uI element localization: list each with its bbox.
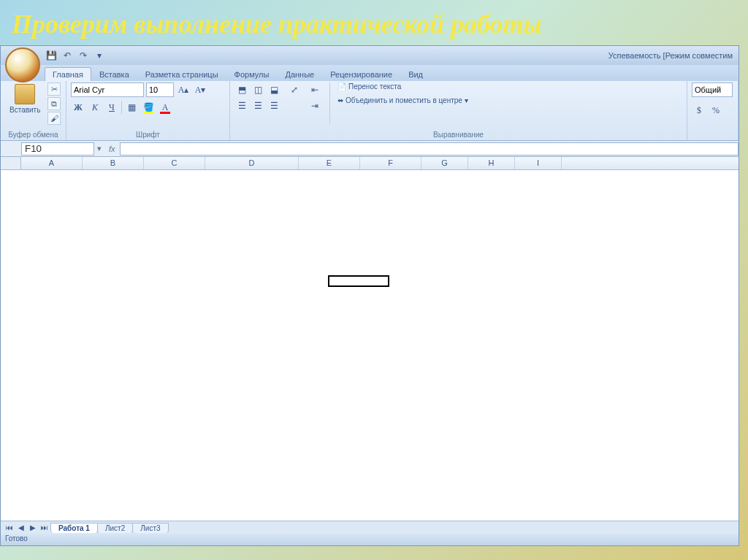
tab-formulas[interactable]: Формулы (226, 67, 278, 81)
col-header-C[interactable]: C (144, 157, 205, 169)
wrap-icon: 📄 (337, 83, 346, 91)
redo-icon[interactable]: ↷ (77, 49, 90, 62)
tab-data[interactable]: Данные (277, 67, 322, 81)
prev-sheet-icon[interactable]: ◀ (15, 523, 27, 532)
selection-box (328, 275, 389, 287)
underline-button[interactable]: Ч (104, 100, 119, 115)
name-box[interactable] (21, 142, 94, 156)
dropdown-icon[interactable]: ▾ (94, 144, 104, 153)
format-painter-icon[interactable]: 🖌 (47, 112, 61, 125)
paste-icon (15, 84, 35, 104)
font-color-icon[interactable]: A (158, 100, 172, 115)
group-alignment: ⬒ ◫ ⬓ ☰ ☰ ☰ ⤢ ⇤ ⇥ 📄 П (230, 81, 687, 140)
undo-icon[interactable]: ↶ (61, 49, 74, 62)
increase-indent-icon[interactable]: ⇥ (308, 99, 322, 113)
wrap-text-button[interactable]: 📄 Перенос текста (337, 83, 468, 91)
merge-icon: ⬌ (337, 96, 343, 104)
col-header-A[interactable]: A (21, 157, 83, 169)
first-sheet-icon[interactable]: ⏮ (4, 523, 15, 532)
fx-icon[interactable]: fx (104, 145, 120, 153)
align-bottom-icon[interactable]: ⬓ (267, 83, 281, 97)
increase-font-icon[interactable]: A▴ (176, 83, 191, 97)
tab-layout[interactable]: Разметка страницы (137, 67, 226, 81)
col-header-E[interactable]: E (299, 157, 360, 169)
next-sheet-icon[interactable]: ▶ (27, 523, 39, 532)
chevron-down-icon: ▾ (465, 96, 468, 104)
sheet-tab-3[interactable]: Лист3 (132, 523, 168, 533)
col-header-F[interactable]: F (360, 157, 421, 169)
sheet-tab-2[interactable]: Лист2 (97, 523, 133, 533)
titlebar: 💾 ↶ ↷ ▾ Успеваемость [Режим совместим (1, 46, 739, 65)
ribbon-tabs: Главная Вставка Разметка страницы Формул… (1, 65, 739, 81)
merge-label: Объединить и поместить в центре (346, 96, 462, 104)
col-header-G[interactable]: G (421, 157, 468, 169)
col-header-D[interactable]: D (205, 157, 299, 169)
font-size-select[interactable] (146, 83, 174, 97)
excel-window: 💾 ↶ ↷ ▾ Успеваемость [Режим совместим Гл… (0, 45, 739, 546)
sheet-tab-1[interactable]: Работа 1 (50, 523, 98, 533)
tab-insert[interactable]: Вставка (91, 67, 137, 81)
percent-icon[interactable]: % (709, 103, 723, 118)
qat-dropdown-icon[interactable]: ▾ (93, 49, 106, 62)
bold-button[interactable]: Ж (71, 100, 85, 115)
status-text: Готово (5, 534, 28, 542)
window-title: Успеваемость [Режим совместим (608, 51, 733, 60)
merge-center-button[interactable]: ⬌ Объединить и поместить в центре ▾ (337, 96, 468, 104)
paste-label: Вставить (9, 106, 40, 114)
group-font: A▴ A▾ Ж К Ч ▦ 🪣 A Шрифт (66, 81, 230, 140)
sheet-tabs-bar: ⏮ ◀ ▶ ⏭ Работа 1 Лист2 Лист3 (1, 521, 739, 534)
decrease-indent-icon[interactable]: ⇤ (308, 83, 322, 97)
align-middle-icon[interactable]: ◫ (251, 83, 265, 97)
clipboard-label: Буфер обмена (5, 131, 61, 140)
align-center-icon[interactable]: ☰ (251, 99, 265, 113)
status-bar: Готово (1, 534, 739, 545)
sheet-area[interactable]: ABCDEFGHI (1, 157, 739, 521)
formula-bar: ▾ fx (1, 141, 739, 157)
align-left-icon[interactable]: ☰ (234, 99, 249, 113)
col-header-B[interactable]: B (83, 157, 144, 169)
col-header-I[interactable]: I (515, 157, 562, 169)
orientation-icon[interactable]: ⤢ (287, 83, 302, 97)
last-sheet-icon[interactable]: ⏭ (39, 523, 50, 532)
align-top-icon[interactable]: ⬒ (234, 83, 249, 97)
currency-icon[interactable]: $ (692, 103, 706, 118)
col-header-H[interactable]: H (468, 157, 515, 169)
ribbon: Вставить ✂ ⧉ 🖌 Буфер обмена A▴ A▾ (1, 81, 739, 141)
quick-access-toolbar: 💾 ↶ ↷ ▾ (45, 49, 106, 62)
number-group-label (692, 139, 733, 140)
alignment-group-label: Выравнивание (234, 131, 682, 140)
tab-home[interactable]: Главная (45, 67, 91, 81)
wrap-label: Перенос текста (348, 83, 401, 91)
fill-color-icon[interactable]: 🪣 (141, 100, 156, 115)
decrease-font-icon[interactable]: A▾ (193, 83, 207, 97)
group-number: $ % (687, 81, 739, 140)
align-right-icon[interactable]: ☰ (267, 99, 281, 113)
column-headers: ABCDEFGHI (1, 157, 739, 170)
save-icon[interactable]: 💾 (45, 49, 58, 62)
formula-input[interactable] (120, 142, 739, 156)
copy-icon[interactable]: ⧉ (47, 97, 61, 110)
borders-icon[interactable]: ▦ (124, 100, 139, 115)
slide-title: Проверим выполнение практической работы (0, 0, 748, 45)
group-clipboard: Вставить ✂ ⧉ 🖌 Буфер обмена (1, 81, 66, 140)
italic-button[interactable]: К (88, 100, 102, 115)
font-group-label: Шрифт (71, 131, 225, 140)
office-button[interactable] (5, 47, 40, 83)
tab-review[interactable]: Рецензирование (322, 67, 400, 81)
font-name-select[interactable] (71, 83, 144, 97)
vertical-align-group: ⬒ ◫ ⬓ ☰ ☰ ☰ (234, 83, 281, 113)
number-format-select[interactable] (692, 83, 733, 97)
cut-icon[interactable]: ✂ (47, 83, 61, 96)
paste-button[interactable]: Вставить (5, 83, 45, 115)
select-all-corner[interactable] (1, 157, 21, 169)
tab-view[interactable]: Вид (400, 67, 431, 81)
